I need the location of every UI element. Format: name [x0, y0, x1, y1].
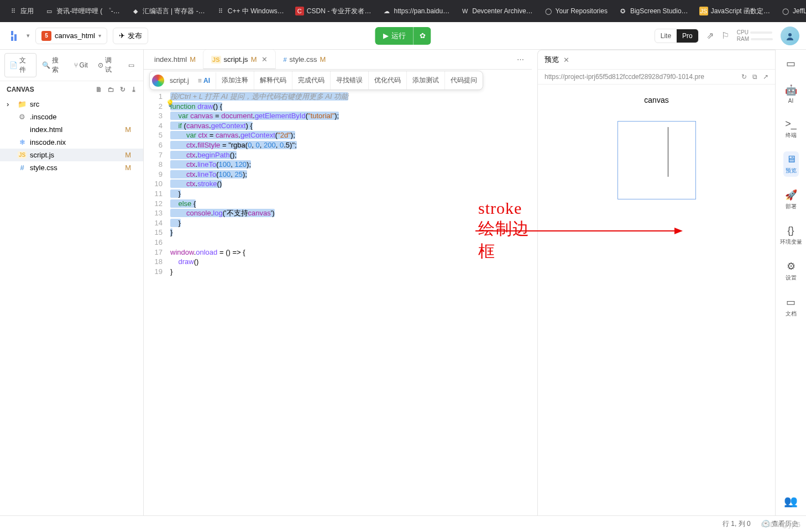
close-icon[interactable]: ✕ [261, 55, 268, 64]
annotation-arrow [475, 225, 685, 236]
bookmark-item[interactable]: ✪BigScreen Studio… [615, 4, 692, 18]
sidebar: 📄文件 🔍搜索 ⑂Git ⊙调试 ▭ CANVAS 🗎 🗀 ↻ ⤓ ›📁src⚙… [0, 50, 144, 515]
ai-action[interactable]: 解释代码 [254, 71, 292, 89]
download-icon[interactable]: ⤓ [131, 86, 137, 93]
file-item[interactable]: JSscript.jsM [0, 149, 143, 161]
editor: index.html MJSscript.js M✕#style.css M⋯ … [144, 50, 532, 515]
line-gutter: 12345678910111213141516171819 [144, 89, 167, 515]
preview-body: canvas [538, 85, 775, 515]
bookmark-item[interactable]: CCSDN - 专业开发者… [292, 4, 375, 18]
file-item[interactable]: #style.cssM [0, 161, 143, 174]
file-item[interactable]: ›📁src [0, 98, 143, 110]
cursor-position: 行 1, 列 0 [723, 519, 751, 529]
plan-lite[interactable]: Lite [655, 29, 677, 43]
ai-label[interactable]: ≡ AI [192, 72, 216, 89]
sidebar-tab-debug[interactable]: ⊙调试 [93, 54, 122, 77]
publish-button[interactable]: ✈ 发布 [113, 28, 148, 44]
project-header: CANVAS 🗎 🗀 ↻ ⤓ [0, 81, 143, 98]
preview-url: https://project-iprj65f5d812fccdef28928d… [545, 73, 736, 81]
external-icon[interactable]: ↗ [763, 73, 768, 81]
plan-pro[interactable]: Pro [677, 29, 698, 43]
team-icon[interactable]: 👥 [784, 494, 798, 508]
bookmark-item[interactable]: WDevcenter Archive… [457, 4, 536, 18]
run-button[interactable]: ▶ 运行 [375, 27, 414, 45]
bookmark-item[interactable]: ⠿C++ 中 Windows… [213, 4, 287, 18]
bookmark-item[interactable]: ◯JeffLi… [778, 4, 806, 18]
preview-panel: 预览 ✕ https://project-iprj65f5d812fccdef2… [537, 50, 775, 515]
right-rail: ▭🤖AI>_终端🖥预览🚀部署{}环境变量⚙设置▭文档👥 [775, 50, 806, 515]
preview-title: 预览 [545, 55, 559, 65]
chevron-down-icon: ▾ [98, 33, 101, 39]
sidebar-tab-git[interactable]: ⑂Git [70, 59, 92, 71]
bell-icon[interactable]: ⚐ [721, 30, 729, 41]
bookmark-item[interactable]: ☁https://pan.baidu… [379, 4, 453, 18]
editor-tab[interactable]: index.html M [144, 50, 203, 69]
file-item[interactable]: index.htmlM [0, 123, 143, 136]
editor-tabs: index.html MJSscript.js M✕#style.css M⋯ [144, 50, 532, 70]
avatar[interactable] [781, 27, 799, 45]
svg-point-0 [788, 33, 792, 36]
file-item[interactable]: ❄inscode.nix [0, 136, 143, 149]
ai-action[interactable]: 寻找错误 [331, 71, 369, 89]
editor-tab[interactable]: JSscript.js M✕ [203, 50, 275, 69]
rail-item[interactable]: 🤖AI [783, 82, 799, 106]
html5-icon: 5 [41, 31, 51, 41]
rail-item[interactable]: ▭文档 [783, 294, 799, 320]
rail-item[interactable]: 🚀部署 [783, 187, 799, 213]
main-toolbar: ▾ 5 canvas_html ▾ ✈ 发布 ▶ 运行 ✿ Lite Pro ⇗… [0, 22, 806, 50]
open-new-icon[interactable]: ⧉ [752, 73, 757, 81]
sidebar-layout-icon[interactable]: ▭ [124, 59, 139, 71]
bookmark-bar: ⠿应用▭资讯-哔哩哔哩 ( ゜-…◆汇编语言 | 寄存器 -…⠿C++ 中 Wi… [0, 0, 806, 22]
ai-action[interactable]: 优化代码 [369, 71, 407, 89]
app-logo[interactable] [7, 29, 21, 43]
gear-icon: ✿ [420, 31, 426, 40]
sidebar-tab-search[interactable]: 🔍搜索 [38, 54, 69, 77]
run-settings-button[interactable]: ✿ [414, 27, 431, 45]
tab-overflow[interactable]: ⋯ [509, 55, 532, 64]
ai-action[interactable]: 代码提问 [445, 71, 483, 89]
bookmark-item[interactable]: ◯Your Repositories [541, 4, 611, 18]
publish-icon: ✈ [119, 31, 125, 40]
rail-item[interactable]: ▭ [784, 55, 798, 72]
resource-meter: CPU RAM [737, 29, 773, 43]
file-tree: ›📁src⚙.inscodeindex.htmlM❄inscode.nixJSs… [0, 98, 143, 174]
file-item[interactable]: ⚙.inscode [0, 110, 143, 123]
ai-action[interactable]: 添加注释 [216, 71, 254, 89]
bookmark-item[interactable]: ◆汇编语言 | 寄存器 -… [128, 4, 208, 18]
project-selector[interactable]: 5 canvas_html ▾ [35, 28, 107, 44]
canvas-stroke-line [668, 127, 668, 177]
status-bar: 行 1, 列 0 🕘 查看历史 [0, 515, 806, 532]
play-icon: ▶ [383, 31, 389, 40]
bookmark-item[interactable]: ⠿应用 [6, 4, 37, 18]
code-area[interactable]: 按/Ctrl + L 打开 AI 提问，选中代码右键使用更多 AI 功能func… [167, 89, 532, 515]
rocket-icon[interactable]: ⇗ [706, 30, 714, 41]
bookmark-item[interactable]: JSJavaScript 函数定… [696, 4, 773, 18]
svg-marker-2 [674, 228, 683, 234]
new-folder-icon[interactable]: 🗀 [108, 86, 114, 93]
rail-item[interactable]: {}环境变量 [778, 223, 804, 248]
canvas-output [617, 121, 696, 199]
ai-file-label: script.j [166, 72, 192, 89]
editor-tab[interactable]: #style.css M [275, 50, 333, 69]
ai-action[interactable]: 完成代码 [292, 71, 331, 89]
rail-item[interactable]: ⚙设置 [783, 258, 799, 284]
bookmark-item[interactable]: ▭资讯-哔哩哔哩 ( ゜-… [41, 4, 123, 18]
new-file-icon[interactable]: 🗎 [96, 86, 102, 93]
project-name: canvas_html [55, 31, 95, 40]
reload-icon[interactable]: ↻ [741, 73, 747, 81]
watermark: CSDN @ypl6 [761, 521, 800, 529]
canvas-label: canvas [644, 96, 668, 104]
color-palette-icon[interactable] [152, 75, 164, 87]
close-icon[interactable]: ✕ [563, 56, 569, 64]
rail-item[interactable]: >_终端 [783, 116, 799, 141]
ai-toolbar: script.j ≡ AI 添加注释解释代码完成代码寻找错误优化代码添加测试代码… [149, 71, 483, 90]
chevron-down-icon[interactable]: ▾ [27, 32, 30, 39]
ai-action[interactable]: 添加测试 [407, 71, 445, 89]
plan-toggle[interactable]: Lite Pro [655, 29, 699, 43]
sidebar-tab-files[interactable]: 📄文件 [4, 53, 36, 77]
rail-item[interactable]: 🖥预览 [783, 151, 799, 177]
refresh-icon[interactable]: ↻ [120, 86, 125, 93]
